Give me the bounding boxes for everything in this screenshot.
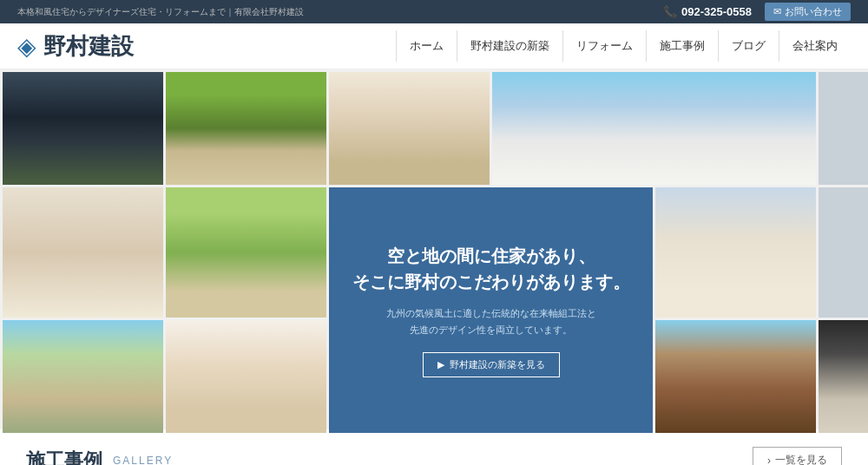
hero-image-3 bbox=[329, 72, 490, 185]
hero-image-9 bbox=[655, 187, 816, 318]
nav-blog[interactable]: ブログ bbox=[718, 30, 779, 62]
hero-image-7 bbox=[166, 187, 326, 318]
nav-new-build[interactable]: 野村建設の新築 bbox=[457, 30, 562, 62]
arrow-icon: ▶ bbox=[437, 359, 444, 370]
gallery-view-all-button[interactable]: › 一覧を見る bbox=[753, 447, 842, 465]
overlay-btn-label: 野村建設の新築を見る bbox=[450, 358, 545, 371]
nav-reform[interactable]: リフォーム bbox=[562, 30, 646, 62]
overlay-button[interactable]: ▶ 野村建設の新築を見る bbox=[423, 352, 560, 377]
hero-image-2 bbox=[166, 72, 326, 185]
nav-company[interactable]: 会社案内 bbox=[779, 30, 851, 62]
header: ◈ 野村建設 ホーム 野村建設の新築 リフォーム 施工事例 ブログ 会社案内 bbox=[0, 23, 868, 69]
top-phone-number: 092-325-0558 bbox=[681, 5, 752, 18]
nav-gallery[interactable]: 施工事例 bbox=[646, 30, 718, 62]
logo-icon: ◈ bbox=[17, 32, 36, 61]
top-contact-button[interactable]: ✉ お問い合わせ bbox=[765, 3, 851, 21]
hero-image-1 bbox=[3, 72, 163, 185]
logo-text[interactable]: 野村建設 bbox=[43, 31, 134, 62]
gallery-title-area: 施工事例 GALLERY bbox=[26, 448, 173, 466]
gallery-title: 施工事例 bbox=[26, 448, 102, 466]
hero-grid: 空と地の間に住家があり、そこに野村のこだわりがあります。 九州の気候風土に適した… bbox=[0, 69, 868, 429]
top-phone: 📞 092-325-0558 bbox=[663, 5, 752, 18]
phone-icon: 📞 bbox=[663, 5, 677, 18]
hero-image-13 bbox=[655, 320, 816, 433]
tagline: 本格和風住宅からデザイナーズ住宅・リフォームまで｜有限会社野村建設 bbox=[17, 6, 304, 18]
hero-image-11 bbox=[3, 320, 163, 433]
top-bar-right: 📞 092-325-0558 ✉ お問い合わせ bbox=[663, 3, 851, 21]
hero-image-6 bbox=[3, 187, 163, 318]
hero-image-5 bbox=[819, 72, 868, 185]
hero-overlay: 空と地の間に住家があり、そこに野村のこだわりがあります。 九州の気候風土に適した… bbox=[329, 187, 653, 433]
top-contact-label: お問い合わせ bbox=[785, 5, 842, 18]
overlay-title: 空と地の間に住家があり、そこに野村のこだわりがあります。 bbox=[352, 243, 630, 295]
top-bar: 本格和風住宅からデザイナーズ住宅・リフォームまで｜有限会社野村建設 📞 092-… bbox=[0, 0, 868, 23]
mail-icon: ✉ bbox=[773, 6, 781, 17]
gallery-section: 施工事例 GALLERY › 一覧を見る bbox=[0, 429, 868, 465]
hero-image-4 bbox=[492, 72, 816, 185]
nav-home[interactable]: ホーム bbox=[396, 30, 457, 62]
logo-area: ◈ 野村建設 bbox=[17, 31, 191, 62]
hero-image-14 bbox=[819, 320, 868, 433]
overlay-desc: 九州の気候風土に適した伝統的な在来軸組工法と先進のデザイン性を両立しています。 bbox=[386, 305, 596, 337]
main-nav: ホーム 野村建設の新築 リフォーム 施工事例 ブログ 会社案内 bbox=[191, 30, 851, 62]
hero-image-12 bbox=[166, 320, 326, 433]
gallery-label: GALLERY bbox=[113, 455, 173, 466]
arrow-right-icon: › bbox=[767, 455, 771, 466]
gallery-btn-label: 一覧を見る bbox=[775, 453, 827, 465]
hero-image-10 bbox=[819, 187, 868, 318]
